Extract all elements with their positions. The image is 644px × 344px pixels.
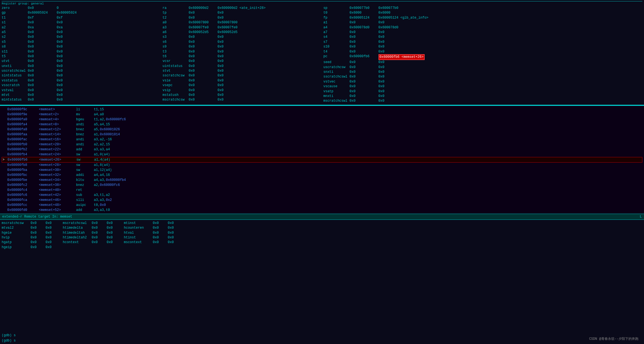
reg-name: t2 [162,16,187,20]
reg-val2: 0x60005124 <glb_ate_info> [379,16,429,20]
reg-row: uintstatus0x00x0 [162,64,320,69]
bottom-reg-val2: 0x0 [46,240,52,245]
addr-ref: 0x60000fc6 [100,183,120,187]
disasm-func: <memset+20> [39,142,75,147]
reg-row: mintstatus0x00x0 [2,98,160,102]
reg-name: ra [162,6,187,11]
reg-name: s7 [324,40,349,44]
bottom-reg-grid: mscratchcsw0x00x0mscratchcswl0x00x0mtins… [2,221,642,250]
reg-name: seed [324,60,349,65]
reg-row: a00x600078000x60007800 [162,20,320,25]
reg-row: t40x00x0 [324,49,482,54]
gdb-prompt-line[interactable]: (gdb) s [2,338,642,343]
disasm-addr: 0x60000fca [7,198,38,203]
reg-name: s11 [2,49,27,54]
reg-val1: 0x600077b0 [350,6,377,11]
reg-name: uscratchcsw [324,65,349,70]
bottom-reg-val1: 0x0 [92,226,106,230]
reg-val2: 0x0 [217,93,224,98]
bottom-reg-row: mscratchcswl0x00x0 [63,221,118,226]
disasm-op: bnez [76,183,93,188]
disasm-args: t1,a2,0x60000fc6 [94,117,126,122]
disasm-func: <memset+24> [39,152,75,157]
reg-val1: 0x0 [189,40,216,44]
bottom-reg-name: hcontext [63,240,91,245]
reg-name: zero [2,6,27,11]
disasm-arrow [2,178,6,183]
reg-col-2: ra0x600000d20x600000d2 <ate_init+28>tp0x… [162,6,320,104]
bottom-reg-row: hgatp0x00x0 [2,240,57,245]
reg-name: s6 [162,40,187,44]
bottom-reg-val1: 0x0 [31,221,44,226]
bottom-reg-val2: 0x0 [46,231,52,235]
bottom-reg-val1: 0x0 [31,235,44,240]
disasm-arrow [2,168,6,173]
reg-val2: 0x0 [57,69,63,73]
disasm-func: <memset+34> [39,178,75,183]
disasm-args: a4,a3,0x60000fb4 [94,178,126,183]
bottom-reg-val1: 0x0 [31,226,44,230]
reg-val2: 0 [57,6,59,11]
reg-name: a3 [162,25,187,30]
reg-name: a5 [2,30,27,35]
reg-val2: 0x60007fe0 [217,25,237,30]
reg-row: s80x00x0 [2,44,160,49]
bottom-reg-val2: 0x0 [168,231,174,235]
reg-name: mtvt [2,93,27,98]
reg-name: mnxti [324,94,349,99]
disasm-args: a4,a0 [94,112,104,117]
reg-val1: 0x0 [350,70,377,74]
disasm-addr: 0x60000fbe [7,178,38,183]
disasm-args: a1,0x60001014 [94,132,120,137]
disasm-row: 0x60000fa4<memset+8>andia5,a4,15 [2,122,642,127]
reg-val1: 0x0 [350,65,377,70]
reg-name: vstvec [324,79,349,84]
reg-val2: 0x0 [57,35,63,39]
reg-row: s70x00x0 [324,40,482,44]
reg-row: s30x00x0 [162,35,320,39]
reg-name: unxti [2,64,27,69]
disasm-addr: 0x60000fcc [7,203,38,208]
disasm-addr: 0x60000fa4 [7,122,38,127]
disasm-op: add [76,147,93,152]
reg-row: t00x60000x6000 [324,11,482,15]
gdb-prompt[interactable]: (gdb) s(gdb) s [0,332,644,344]
reg-val2: 0x0 [379,79,385,84]
reg-val1: 0x0 [28,83,56,88]
reg-name: stvt [162,69,187,73]
reg-name: utvt [2,59,27,64]
reg-name: mscratchcsw [162,98,187,102]
disasm-addr: 0x60000fc2 [7,183,38,188]
reg-name: vscause [324,84,349,89]
reg-row: t30x00x0 [162,49,320,54]
disasm-addr: 0x60000fbc [7,173,38,178]
reg-val1: 0x600078d0 [350,25,377,30]
disasm-row: 0x60000fc4<memset+40>ret [2,188,642,193]
bottom-reg-name: mscontext [124,240,152,245]
reg-row: mtvt0x00x0 [2,93,160,98]
disasm-addr: 0x60000fb4 [7,152,38,157]
reg-val2: 0x0 [217,83,224,88]
reg-name: s2 [2,35,27,39]
reg-val2: 0x0 [217,69,224,73]
reg-row: snxti0x00x0 [324,70,482,74]
bottom-reg-name: mscratchcswl [63,221,91,226]
disasm-arrow [2,198,6,203]
reg-row: sp0x600077b00x600077b0 [324,6,482,11]
reg-val2: 0x0 [379,35,385,39]
bottom-reg-name: htimedeltah2 [63,235,91,240]
bottom-reg-val1: 0x0 [153,231,167,235]
bottom-reg-row: hvip0x00x0 [2,235,57,240]
addr-ref: 0x60000fb4 [106,178,126,182]
reg-col-3: sp0x600077b00x600077b0t00x60000x6000fp0x… [324,6,482,104]
disasm-op: sw [76,163,93,168]
reg-name: s8 [2,44,27,49]
bottom-reg-row: mtinst0x00x0 [124,221,179,226]
reg-val1: 0x60005124 [350,16,377,20]
bottom-reg-row: htimedelta0x00x0 [63,226,118,230]
reg-name: s5 [2,40,27,44]
disasm-op: sub [76,193,93,198]
gdb-prompt-line[interactable]: (gdb) s [2,333,642,338]
reg-val2: 0x600052d5 [217,30,237,35]
reg-val1: 0x0 [189,88,216,93]
